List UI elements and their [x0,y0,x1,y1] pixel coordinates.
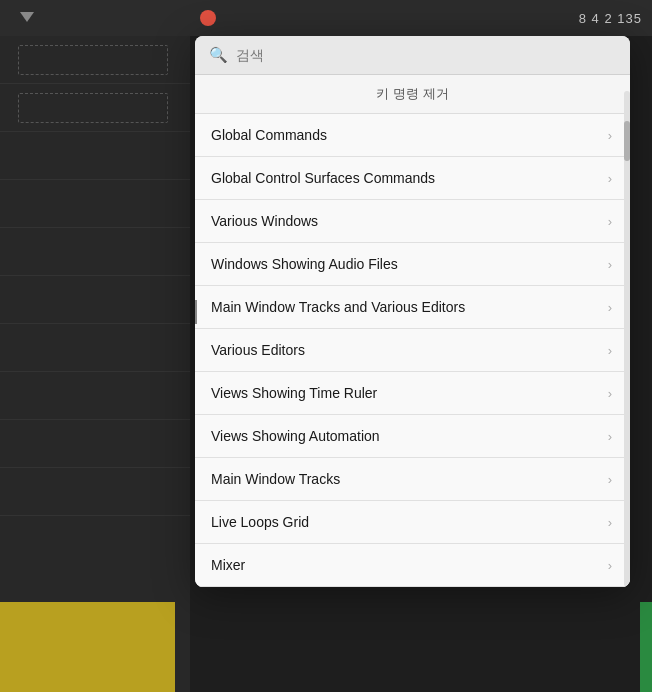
scrollbar-track[interactable] [624,91,630,587]
chevron-icon-global-control-surfaces: › [608,171,612,186]
chevron-icon-views-time-ruler: › [608,386,612,401]
menu-item-live-loops-grid[interactable]: Live Loops Grid› [195,501,630,544]
menu-item-main-window-tracks-only[interactable]: Main Window Tracks› [195,458,630,501]
menu-item-label-global-commands: Global Commands [211,127,327,143]
menu-item-label-various-editors: Various Editors [211,342,305,358]
menu-item-views-automation[interactable]: Views Showing Automation› [195,415,630,458]
track-row [0,228,190,276]
track-placeholder [18,45,168,75]
delete-command-label: 키 명령 제거 [376,86,448,101]
track-row [0,468,190,516]
chevron-icon-main-window-tracks: › [608,300,612,315]
chevron-icon-various-windows: › [608,214,612,229]
menu-items-list: Global Commands›Global Control Surfaces … [195,114,630,587]
chevron-icon-main-window-tracks-only: › [608,472,612,487]
track-row [0,420,190,468]
tracks-sidebar [0,36,190,692]
chevron-icon-various-editors: › [608,343,612,358]
menu-item-label-views-time-ruler: Views Showing Time Ruler [211,385,377,401]
menu-item-global-control-surfaces[interactable]: Global Control Surfaces Commands› [195,157,630,200]
menu-item-windows-audio-files[interactable]: Windows Showing Audio Files› [195,243,630,286]
chevron-icon-mixer: › [608,558,612,573]
chevron-icon-live-loops-grid: › [608,515,612,530]
track-row [0,324,190,372]
menu-item-label-main-window-tracks: Main Window Tracks and Various Editors [211,299,465,315]
menu-item-views-time-ruler[interactable]: Views Showing Time Ruler› [195,372,630,415]
keyboard-shortcuts-panel: 🔍 키 명령 제거 Global Commands›Global Control… [195,36,630,587]
track-row [0,36,190,84]
chevron-icon-global-commands: › [608,128,612,143]
track-placeholder [18,93,168,123]
record-button[interactable] [200,10,216,26]
search-bar: 🔍 [195,36,630,75]
menu-item-label-mixer: Mixer [211,557,245,573]
yellow-track [0,602,175,692]
menu-item-various-windows[interactable]: Various Windows› [195,200,630,243]
track-row [0,372,190,420]
menu-item-various-editors[interactable]: Various Editors› [195,329,630,372]
dropdown-arrow-icon [20,12,34,22]
menu-item-label-global-control-surfaces: Global Control Surfaces Commands [211,170,435,186]
track-row [0,180,190,228]
menu-item-mixer[interactable]: Mixer› [195,544,630,587]
menu-item-label-live-loops-grid: Live Loops Grid [211,514,309,530]
menu-item-main-window-tracks[interactable]: Main Window Tracks and Various Editors› [195,286,630,329]
search-input[interactable] [236,47,616,63]
green-edge [640,602,652,692]
panel-handle[interactable] [195,300,197,324]
track-row [0,132,190,180]
track-row [0,84,190,132]
chevron-icon-windows-audio-files: › [608,257,612,272]
scrollbar-thumb[interactable] [624,121,630,161]
menu-item-global-commands[interactable]: Global Commands› [195,114,630,157]
delete-command-row[interactable]: 키 명령 제거 [195,75,630,114]
menu-item-label-views-automation: Views Showing Automation [211,428,380,444]
search-icon: 🔍 [209,46,228,64]
menu-item-label-main-window-tracks-only: Main Window Tracks [211,471,340,487]
menu-item-label-various-windows: Various Windows [211,213,318,229]
menu-item-label-windows-audio-files: Windows Showing Audio Files [211,256,398,272]
position-display: 8 4 2 135 [579,11,642,26]
track-row [0,276,190,324]
chevron-icon-views-automation: › [608,429,612,444]
top-bar: 8 4 2 135 [0,0,652,36]
